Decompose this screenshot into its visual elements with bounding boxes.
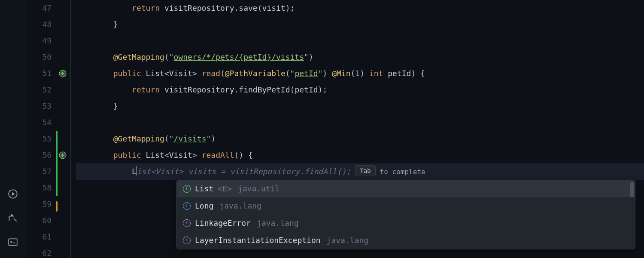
completion-name: List: [195, 180, 213, 197]
code-line[interactable]: return visitRepository.findByPetId(petId…: [76, 82, 644, 98]
line-number: 48: [26, 16, 52, 33]
autocomplete-item[interactable]: ⚡LinkageErrorjava.lang: [177, 215, 635, 232]
line-number: 52: [26, 82, 52, 98]
completion-kind-icon: ⚡: [183, 236, 191, 244]
tool-rail: [0, 0, 26, 258]
line-number: 57: [26, 163, 52, 180]
run-icon[interactable]: [7, 188, 18, 201]
gutter-marks: [56, 0, 70, 258]
code-line[interactable]: public List<Visit> read(@PathVariable("p…: [76, 65, 644, 82]
code-line[interactable]: }: [76, 16, 644, 33]
autocomplete-item[interactable]: CLongjava.lang: [177, 197, 635, 215]
completion-name: LayerInstantiationException: [195, 232, 321, 249]
completion-kind-icon: ⚡: [183, 219, 191, 227]
autocomplete-item[interactable]: IList<E>java.util: [177, 180, 635, 197]
code-editor[interactable]: 47484950515253545556575859606162 return …: [26, 0, 644, 258]
typed-text: L: [132, 167, 137, 176]
code-line[interactable]: public List<Visit> readAll() {: [76, 147, 644, 163]
completion-kind-icon: C: [183, 202, 191, 210]
completion-package: java.lang: [257, 215, 299, 232]
line-number: 61: [26, 229, 52, 245]
vcs-modified-marker: [56, 201, 58, 212]
completion-generic: <E>: [218, 180, 232, 197]
build-icon[interactable]: [7, 212, 18, 225]
code-line[interactable]: return visitRepository.save(visit);: [76, 0, 644, 16]
completion-package: java.lang: [327, 232, 369, 249]
line-number: 58: [26, 180, 52, 196]
line-number: 50: [26, 49, 52, 65]
vcs-added-marker: [56, 131, 58, 196]
terminal-icon[interactable]: [7, 236, 18, 249]
line-number: 47: [26, 0, 52, 16]
line-number: 53: [26, 98, 52, 114]
completion-package: java.lang: [219, 197, 261, 215]
tab-key-chip: Tab: [355, 165, 375, 176]
completion-name: LinkageError: [195, 215, 251, 232]
code-area[interactable]: return visitRepository.save(visit); } @G…: [70, 0, 644, 258]
completion-kind-icon: I: [183, 185, 191, 193]
inline-suggestion: ist<Visit> visits = visitRepository.find…: [137, 167, 351, 176]
code-line[interactable]: @GetMapping("/visits"): [76, 131, 644, 147]
endpoint-icon[interactable]: [58, 151, 67, 160]
completion-package: java.util: [238, 180, 280, 197]
line-number: 54: [26, 114, 52, 131]
line-number: 59: [26, 196, 52, 212]
code-line[interactable]: [76, 33, 644, 49]
line-number-gutter: 47484950515253545556575859606162: [26, 0, 56, 258]
autocomplete-item[interactable]: ⚡LayerInstantiationExceptionjava.lang: [177, 232, 635, 249]
completion-hint: to complete: [380, 168, 425, 176]
line-number: 51: [26, 65, 52, 82]
popup-scrollbar[interactable]: [630, 182, 634, 197]
line-number: 60: [26, 212, 52, 229]
code-line-active[interactable]: List<Visit> visits = visitRepository.fin…: [76, 163, 644, 180]
code-line[interactable]: [76, 114, 644, 131]
line-number: 56: [26, 147, 52, 163]
line-number: 55: [26, 131, 52, 147]
line-number: 62: [26, 245, 52, 258]
completion-name: Long: [195, 197, 213, 215]
code-line[interactable]: @GetMapping("owners/*/pets/{petId}/visit…: [76, 49, 644, 65]
svg-rect-1: [9, 239, 17, 245]
autocomplete-popup[interactable]: IList<E>java.utilCLongjava.lang⚡LinkageE…: [176, 180, 635, 249]
line-number: 49: [26, 33, 52, 49]
code-line[interactable]: }: [76, 98, 644, 114]
endpoint-icon[interactable]: [58, 69, 67, 78]
